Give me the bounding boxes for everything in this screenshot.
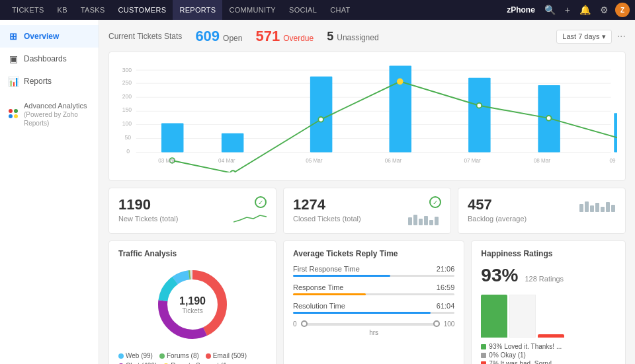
happiness-title: Happiness Ratings — [481, 249, 616, 258]
resolution-time-label: Resolution Time 61:04 — [293, 302, 454, 310]
backlog-number: 457 — [468, 196, 527, 213]
notifications-icon[interactable]: 🔔 — [577, 5, 593, 15]
svg-rect-45 — [579, 204, 583, 212]
backlog-label: Backlog (average) — [468, 215, 527, 223]
legend-web-label: Web (99) — [126, 352, 153, 359]
resolution-time-value: 61:04 — [437, 302, 455, 310]
nav-social[interactable]: SOCIAL — [282, 0, 323, 20]
brand-label[interactable]: zPhone — [507, 5, 535, 15]
stats-header: Current Tickets Stats 609 Open 571 Overd… — [108, 28, 626, 45]
svg-rect-24 — [614, 113, 617, 152]
metric-main-backlog: 457 Backlog (average) — [468, 196, 527, 223]
reply-time-title: Average Tickets Reply Time — [293, 249, 454, 258]
closed-tickets-number: 1274 — [293, 196, 361, 213]
sidebar-item-advanced-analytics[interactable]: Advanced Analytics (Powered by Zoho Repo… — [0, 95, 99, 133]
svg-text:150: 150 — [122, 106, 132, 113]
slider-right-thumb[interactable] — [433, 320, 440, 327]
slider-track[interactable] — [301, 323, 440, 326]
svg-point-28 — [398, 79, 403, 85]
nav-reports[interactable]: REPORTS — [173, 0, 222, 20]
svg-point-2 — [9, 114, 13, 118]
svg-rect-41 — [419, 219, 423, 225]
happiness-positive-label: 93% Loved it. Thanks! ... — [489, 343, 562, 350]
svg-text:05 Mar: 05 Mar — [306, 158, 323, 164]
closed-tickets-label: Closed Tickets (total) — [293, 215, 361, 223]
donut-legend: Web (99) Forums (8) Email (509) Cha — [118, 352, 267, 364]
sidebar: ⊞ Overview ▣ Dashboards 📊 Reports Advanc… — [0, 20, 99, 364]
response-time-label: Response Time 16:59 — [293, 283, 454, 291]
svg-rect-40 — [413, 215, 417, 225]
slider-row: 0 100 — [293, 320, 454, 328]
svg-rect-48 — [595, 203, 599, 212]
happiness-bars — [481, 291, 616, 338]
top-navigation: TICKETS KB TASKS CUSTOMERS REPORTS COMMU… — [0, 0, 635, 20]
main-content: Current Tickets Stats 609 Open 571 Overd… — [99, 20, 635, 364]
overdue-label: Overdue — [283, 34, 314, 43]
metric-backlog: 457 Backlog (average) — [458, 188, 626, 234]
happiness-card: Happiness Ratings 93% 128 Ratings 93% Lo… — [471, 240, 626, 364]
nav-community[interactable]: COMMUNITY — [222, 0, 282, 20]
chart-container: 300 250 200 150 100 50 0 — [117, 60, 617, 172]
sidebar-item-dashboards[interactable]: ▣ Dashboards — [0, 48, 99, 70]
legend-email: Email (509) — [206, 352, 247, 359]
metric-row: 1190 New Tickets (total) ✓ 1274 Closed T… — [108, 188, 626, 234]
metric-new-tickets: 1190 New Tickets (total) ✓ — [108, 188, 276, 234]
bar-chart: 300 250 200 150 100 50 0 — [117, 60, 617, 172]
donut-area: 1,190 Tickets Web (99) Forums (8) — [118, 265, 267, 364]
search-icon[interactable]: 🔍 — [542, 5, 558, 15]
time-filter-button[interactable]: Last 7 days ▾ — [556, 30, 611, 44]
svg-text:300: 300 — [122, 67, 132, 73]
slider-left-thumb[interactable] — [301, 320, 308, 327]
happiness-negative-label: 7% It was bad. Sorry! ... — [489, 360, 559, 364]
advanced-label: Advanced Analytics (Powered by Zoho Repo… — [24, 101, 91, 127]
more-options-icon[interactable]: ··· — [617, 30, 626, 42]
svg-point-0 — [9, 109, 13, 113]
nav-customers[interactable]: CUSTOMERS — [112, 0, 173, 20]
user-avatar[interactable]: Z — [615, 3, 630, 17]
svg-text:200: 200 — [122, 93, 132, 100]
overdue-count: 571 — [255, 28, 280, 45]
donut-chart: 1,190 Tickets — [153, 265, 232, 344]
reply-row-resolution: Resolution Time 61:04 — [293, 302, 454, 314]
nav-tickets[interactable]: TICKETS — [5, 0, 51, 20]
svg-text:250: 250 — [122, 79, 132, 86]
nav-chat[interactable]: CHAT — [323, 0, 357, 20]
svg-rect-46 — [585, 201, 589, 212]
svg-point-1 — [14, 109, 18, 113]
sidebar-reports-label: Reports — [24, 77, 52, 86]
happiness-bar-neutral — [509, 295, 536, 338]
legend-forums: Forums (8) — [159, 352, 199, 359]
svg-text:0: 0 — [126, 148, 130, 155]
reply-time-card: Average Tickets Reply Time First Respons… — [283, 240, 464, 364]
sidebar-item-overview[interactable]: ⊞ Overview — [0, 25, 99, 48]
sidebar-item-reports[interactable]: 📊 Reports — [0, 70, 99, 92]
settings-icon[interactable]: ⚙ — [597, 5, 611, 15]
svg-rect-44 — [435, 217, 439, 225]
sidebar-dashboards-label: Dashboards — [24, 54, 67, 63]
svg-text:100: 100 — [122, 120, 132, 127]
nav-kb[interactable]: KB — [51, 0, 74, 20]
new-tickets-number: 1190 — [118, 196, 178, 213]
svg-rect-49 — [601, 207, 605, 212]
legend-dot-email — [206, 353, 211, 359]
add-icon[interactable]: + — [562, 5, 573, 15]
donut-label: 1,190 Tickets — [179, 295, 206, 314]
response-time-bar — [293, 293, 454, 295]
check-icon-closed: ✓ — [429, 196, 441, 208]
unassigned-stat: 5 Unassigned — [327, 30, 378, 44]
happiness-dot-neutral — [481, 353, 486, 358]
nav-tasks[interactable]: TASKS — [74, 0, 112, 20]
happiness-header: 93% 128 Ratings — [481, 265, 616, 286]
nav-right: zPhone 🔍 + 🔔 ⚙ Z — [507, 3, 630, 17]
svg-text:06 Mar: 06 Mar — [385, 158, 402, 164]
open-label: Open — [223, 34, 242, 43]
svg-point-30 — [546, 116, 552, 121]
sparkline-closed — [408, 212, 441, 225]
svg-point-26 — [230, 170, 235, 172]
open-stat: 609 Open — [195, 28, 242, 45]
first-response-bar — [293, 275, 454, 277]
reply-row-first: First Response Time 21:06 — [293, 265, 454, 277]
svg-rect-43 — [429, 220, 433, 225]
svg-rect-19 — [222, 133, 243, 153]
svg-point-27 — [318, 117, 323, 122]
